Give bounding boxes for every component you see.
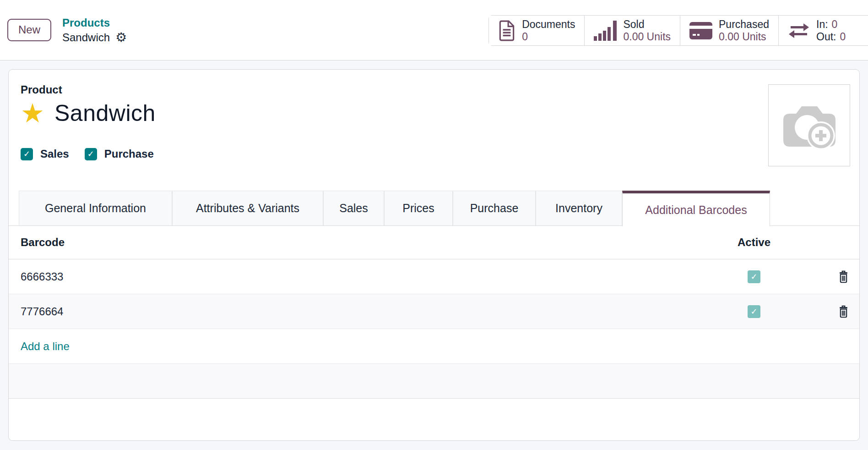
gear-icon[interactable]	[115, 31, 127, 44]
delete-row-button[interactable]	[837, 304, 850, 318]
product-title[interactable]: Sandwich	[54, 100, 156, 126]
barcode-column-header: Barcode	[9, 236, 681, 249]
table-header-row: Barcode Active	[9, 226, 859, 259]
barcode-cell[interactable]: 7776664	[9, 305, 681, 318]
active-checkbox[interactable]	[748, 305, 760, 318]
add-a-line-link[interactable]: Add a line	[21, 340, 70, 353]
purchase-checkbox-item: Purchase	[85, 148, 154, 160]
tab-prices[interactable]: Prices	[384, 191, 453, 225]
purchase-checkbox[interactable]	[85, 148, 97, 160]
table-row: 6666333	[9, 259, 859, 294]
documents-value: 0	[522, 31, 575, 43]
in-stat: In:0	[816, 18, 846, 31]
active-checkbox[interactable]	[748, 270, 760, 283]
sold-value: 0.00 Units	[623, 31, 671, 43]
new-button[interactable]: New	[7, 19, 51, 41]
control-panel: New Products Sandwich Documents 0	[0, 0, 868, 60]
product-sheet: Product Sandwich Sales Purchase	[8, 69, 860, 441]
favorite-star-icon[interactable]	[21, 100, 44, 126]
document-icon	[498, 20, 515, 41]
breadcrumb-current: Sandwich	[62, 31, 110, 44]
notebook: General Information Attributes & Variant…	[9, 191, 859, 399]
barcode-cell[interactable]: 6666333	[9, 270, 681, 283]
documents-stat-button[interactable]: Documents 0	[489, 16, 584, 45]
tab-additional-barcodes[interactable]: Additional Barcodes	[622, 191, 770, 226]
stat-button-group: Documents 0 Sold 0.00 Units	[488, 15, 868, 46]
sales-checkbox-label: Sales	[40, 148, 69, 160]
tab-strip: General Information Attributes & Variant…	[9, 191, 859, 226]
tab-general-information[interactable]: General Information	[19, 191, 172, 225]
breadcrumb: Products Sandwich	[62, 16, 127, 44]
breadcrumb-products-link[interactable]: Products	[62, 16, 127, 30]
empty-filler-row	[9, 364, 859, 399]
purchase-checkbox-label: Purchase	[104, 148, 154, 160]
camera-plus-icon	[781, 103, 837, 148]
sales-checkbox[interactable]	[21, 148, 33, 160]
sold-label: Sold	[623, 18, 671, 31]
bar-chart-icon	[594, 21, 617, 41]
tab-sales[interactable]: Sales	[323, 191, 384, 225]
exchange-arrows-icon	[788, 22, 810, 39]
trash-icon	[837, 269, 850, 284]
active-column-header: Active	[681, 236, 827, 249]
tab-purchase[interactable]: Purchase	[453, 191, 536, 225]
documents-label: Documents	[522, 18, 575, 31]
tab-inventory[interactable]: Inventory	[536, 191, 622, 225]
table-row: 7776664	[9, 294, 859, 329]
in-out-stat-button[interactable]: In:0 Out:0	[778, 16, 868, 45]
delete-row-button[interactable]	[837, 269, 850, 284]
sales-checkbox-item: Sales	[21, 148, 69, 160]
additional-barcodes-panel: Barcode Active 6666333	[9, 226, 859, 399]
form-view: Product Sandwich Sales Purchase	[0, 60, 868, 450]
out-stat: Out:0	[816, 31, 846, 43]
product-image-upload[interactable]	[768, 84, 850, 166]
purchased-value: 0.00 Units	[719, 31, 769, 43]
tab-attributes-variants[interactable]: Attributes & Variants	[172, 191, 323, 225]
product-type-label: Product	[21, 83, 847, 96]
trash-icon	[837, 304, 850, 318]
add-line-row: Add a line	[9, 329, 859, 364]
purchased-label: Purchased	[719, 18, 769, 31]
purchased-stat-button[interactable]: Purchased 0.00 Units	[680, 16, 778, 45]
credit-card-icon	[689, 22, 712, 39]
sold-stat-button[interactable]: Sold 0.00 Units	[584, 16, 680, 45]
